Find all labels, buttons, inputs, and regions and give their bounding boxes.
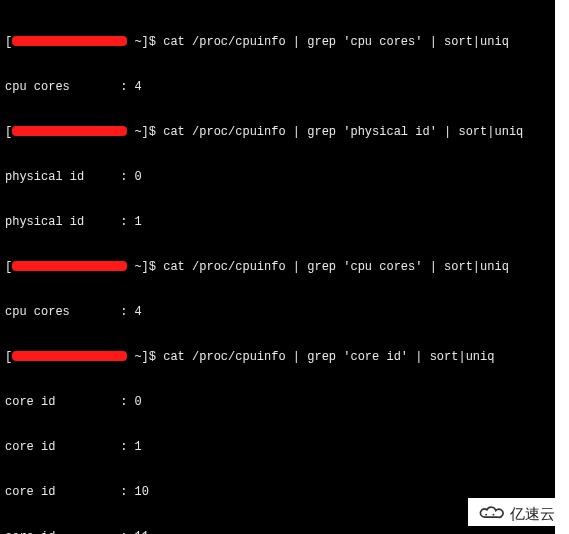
redacted-host [12, 261, 127, 271]
prompt-tail: ~]$ [127, 350, 163, 364]
output-line: core id : 0 [5, 395, 555, 410]
redacted-host [12, 126, 127, 136]
svg-point-1 [492, 514, 494, 516]
watermark-text: 亿速云 [510, 506, 555, 521]
prompt-tail: ~]$ [127, 35, 163, 49]
output-line: core id : 11 [5, 530, 555, 534]
cloud-icon [478, 504, 504, 522]
redacted-host [12, 351, 127, 361]
prompt-line-1: [ ~]$ cat /proc/cpuinfo | grep 'cpu core… [5, 35, 555, 50]
output-line: cpu cores : 4 [5, 80, 555, 95]
prompt-line-4: [ ~]$ cat /proc/cpuinfo | grep 'core id'… [5, 350, 555, 365]
prompt-tail: ~]$ [127, 125, 163, 139]
command-text: cat /proc/cpuinfo | grep 'core id' | sor… [163, 350, 494, 364]
prompt-line-3: [ ~]$ cat /proc/cpuinfo | grep 'cpu core… [5, 260, 555, 275]
prompt-tail: ~]$ [127, 260, 163, 274]
output-line: physical id : 0 [5, 170, 555, 185]
command-text: cat /proc/cpuinfo | grep 'cpu cores' | s… [163, 35, 509, 49]
svg-point-0 [485, 514, 487, 516]
prompt-line-2: [ ~]$ cat /proc/cpuinfo | grep 'physical… [5, 125, 555, 140]
output-line: cpu cores : 4 [5, 305, 555, 320]
redacted-host [12, 36, 127, 46]
terminal-window[interactable]: [ ~]$ cat /proc/cpuinfo | grep 'cpu core… [0, 0, 555, 534]
output-line: core id : 1 [5, 440, 555, 455]
watermark: 亿速云 [468, 498, 565, 526]
command-text: cat /proc/cpuinfo | grep 'physical id' |… [163, 125, 523, 139]
output-line: physical id : 1 [5, 215, 555, 230]
command-text: cat /proc/cpuinfo | grep 'cpu cores' | s… [163, 260, 509, 274]
